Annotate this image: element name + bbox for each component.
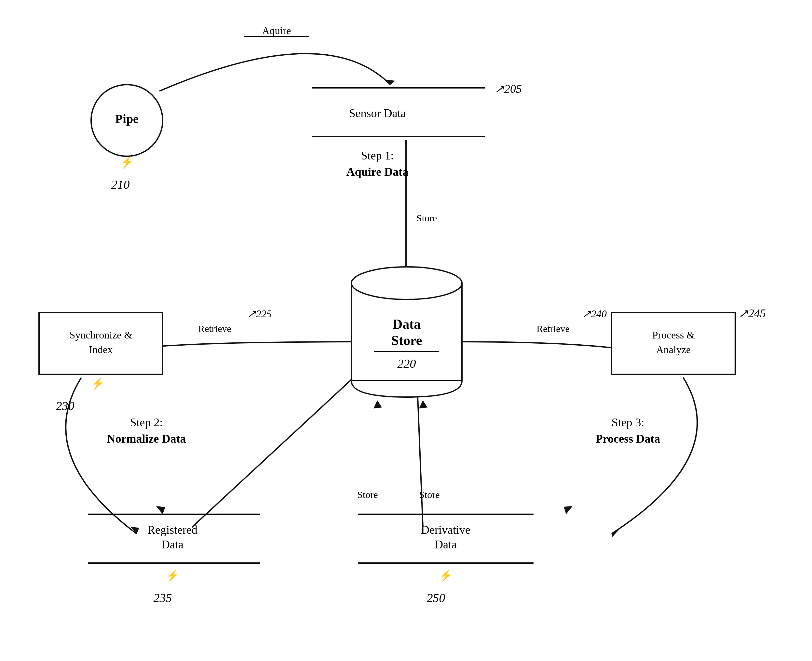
pipe-number: 210: [111, 178, 130, 192]
svg-rect-20: [611, 313, 735, 374]
sensor-data-number: ↗205: [495, 82, 522, 95]
retrieve-left-label: Retrieve: [198, 323, 231, 334]
sync-number: 230: [56, 399, 75, 413]
registered-data-line2: Data: [161, 538, 183, 551]
svg-point-17: [351, 267, 462, 299]
sensor-data-label: Sensor Data: [349, 107, 406, 120]
sync-label-line2: Index: [89, 344, 113, 355]
svg-rect-19: [39, 313, 162, 374]
datastore-label-line1: Data: [393, 317, 420, 332]
derivative-bolt: ⚡: [439, 569, 453, 582]
derivative-number: 250: [427, 591, 445, 605]
derivative-data-line2: Data: [435, 538, 457, 551]
diagram-container: Aquire Store Pipe ⚡ 210: [0, 0, 812, 661]
sync-bolt: ⚡: [91, 377, 105, 390]
step2-sublabel: Normalize Data: [107, 432, 186, 445]
store-left-label: Store: [357, 489, 378, 500]
diagram-svg: Aquire Store Pipe ⚡ 210: [0, 0, 812, 661]
retrieve-right-label: Retrieve: [537, 323, 570, 334]
process-label-line2: Analyze: [656, 344, 691, 355]
acquire-label: Aquire: [262, 25, 291, 37]
derivative-data-line1: Derivative: [421, 523, 470, 536]
process-label-line1: Process &: [652, 329, 695, 341]
step1-sublabel: Aquire Data: [347, 165, 408, 178]
store-right-label: Store: [419, 489, 439, 500]
step3-label: Step 3:: [611, 416, 644, 429]
process-number: ↗245: [739, 307, 766, 320]
pipe-bolt: ⚡: [120, 156, 134, 169]
registered-number: 235: [154, 591, 172, 605]
pipe-label: Pipe: [115, 112, 139, 126]
store-top-label: Store: [416, 212, 437, 223]
step3-sublabel: Process Data: [595, 432, 660, 445]
registered-bolt: ⚡: [166, 569, 180, 582]
datastore-label-line2: Store: [392, 333, 422, 348]
retrieve-left-number: ↗225: [247, 308, 272, 319]
datastore-number: 220: [398, 357, 416, 370]
retrieve-right-number: ↗240: [582, 308, 607, 319]
registered-data-line1: Registered: [147, 523, 197, 536]
step2-label: Step 2:: [130, 416, 162, 429]
sync-label-line1: Synchronize &: [70, 329, 132, 341]
step1-label: Step 1:: [361, 149, 394, 162]
